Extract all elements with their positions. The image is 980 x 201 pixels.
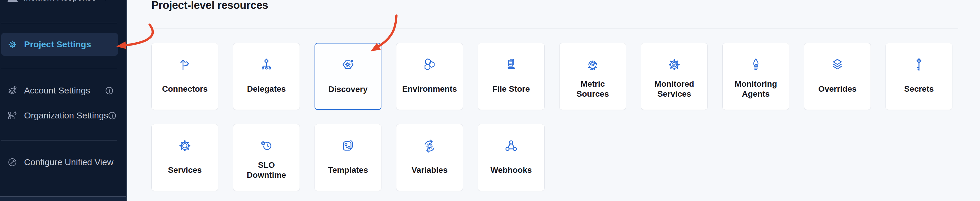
card-label: Metric Sources bbox=[567, 78, 618, 100]
monitoring-agents-icon bbox=[723, 56, 789, 73]
card-services[interactable]: Services bbox=[151, 124, 218, 191]
card-discovery[interactable]: Discovery bbox=[315, 43, 382, 110]
sidebar-item-configure-unified-view[interactable]: Configure Unified View bbox=[1, 153, 118, 171]
sidebar: Incident Response Project Settings bbox=[0, 0, 127, 201]
sidebar-divider bbox=[1, 69, 118, 69]
sidebar-divider bbox=[1, 140, 118, 140]
monitored-services-icon bbox=[641, 56, 708, 73]
card-label: Monitored Services bbox=[649, 78, 700, 100]
card-label: File Store bbox=[485, 78, 537, 100]
content-divider bbox=[153, 28, 958, 29]
card-label: Templates bbox=[323, 159, 374, 181]
key-icon bbox=[886, 56, 952, 73]
chevron-right-icon bbox=[103, 0, 109, 1]
card-environments[interactable]: Environments bbox=[396, 43, 463, 110]
sidebar-item-label: Account Settings bbox=[24, 86, 90, 96]
annotation-arrow-discovery bbox=[379, 16, 396, 46]
card-webhooks[interactable]: Webhooks bbox=[478, 124, 544, 191]
card-delegates[interactable]: Delegates bbox=[233, 43, 300, 110]
metric-sources-icon bbox=[560, 56, 626, 73]
card-label: Services bbox=[159, 159, 210, 181]
card-slo-downtime[interactable]: SLO Downtime bbox=[233, 124, 300, 191]
resource-cards-row-2: Services SLO Downtime Templates bbox=[151, 124, 544, 191]
wrench-circle-icon bbox=[7, 157, 18, 168]
variables-icon bbox=[396, 137, 463, 154]
info-icon[interactable] bbox=[108, 112, 116, 120]
card-label: Environments bbox=[404, 78, 455, 100]
resource-cards-row-1: Connectors Delegates Discovery bbox=[151, 43, 953, 110]
sidebar-item-label: Configure Unified View bbox=[24, 157, 113, 167]
page-title: Project-level resources bbox=[151, 0, 268, 12]
sidebar-item-label: Incident Response bbox=[24, 0, 97, 3]
card-label: Monitoring Agents bbox=[730, 78, 781, 100]
discovery-icon bbox=[315, 56, 381, 73]
sidebar-item-organization-settings[interactable]: Organization Settings bbox=[1, 107, 118, 124]
card-variables[interactable]: Variables bbox=[396, 124, 463, 191]
sidebar-item-account-settings[interactable]: Account Settings bbox=[1, 82, 118, 99]
card-templates[interactable]: Templates bbox=[315, 124, 382, 191]
sidebar-divider bbox=[1, 22, 118, 23]
services-gear-icon bbox=[152, 137, 218, 154]
layers-gear-icon bbox=[7, 85, 18, 96]
card-secrets[interactable]: Secrets bbox=[886, 43, 953, 110]
webhook-icon bbox=[478, 137, 544, 154]
sidebar-footer bbox=[0, 196, 127, 201]
card-label: Overrides bbox=[812, 78, 863, 100]
sidebar-item-label: Organization Settings bbox=[24, 110, 108, 120]
siren-icon bbox=[6, 0, 19, 5]
slo-downtime-icon bbox=[233, 137, 299, 154]
sidebar-item-project-settings[interactable]: Project Settings bbox=[1, 33, 118, 56]
templates-icon bbox=[315, 137, 381, 154]
environments-icon bbox=[396, 56, 463, 73]
sidebar-item-label: Project Settings bbox=[24, 39, 91, 49]
card-metric-sources[interactable]: Metric Sources bbox=[559, 43, 626, 110]
card-label: Connectors bbox=[159, 78, 210, 100]
card-label: Secrets bbox=[893, 78, 945, 100]
overrides-icon bbox=[804, 56, 870, 73]
card-label: Webhooks bbox=[485, 159, 537, 181]
sidebar-item-incident-response[interactable]: Incident Response bbox=[1, 0, 118, 6]
card-file-store[interactable]: File Store bbox=[478, 43, 544, 110]
card-label: Discovery bbox=[323, 78, 373, 100]
org-chart-gear-icon bbox=[7, 110, 18, 121]
delegates-icon bbox=[233, 56, 299, 73]
file-store-icon bbox=[478, 56, 544, 73]
card-monitoring-agents[interactable]: Monitoring Agents bbox=[722, 43, 789, 110]
connectors-icon bbox=[152, 56, 218, 73]
card-monitored-services[interactable]: Monitored Services bbox=[641, 43, 708, 110]
card-label: SLO Downtime bbox=[241, 159, 292, 181]
info-icon[interactable] bbox=[105, 87, 113, 95]
card-label: Delegates bbox=[241, 78, 292, 100]
card-label: Variables bbox=[404, 159, 455, 181]
gear-icon bbox=[7, 39, 18, 49]
card-connectors[interactable]: Connectors bbox=[151, 43, 218, 110]
annotation-arrow-project-settings bbox=[126, 25, 153, 45]
card-overrides[interactable]: Overrides bbox=[804, 43, 871, 110]
